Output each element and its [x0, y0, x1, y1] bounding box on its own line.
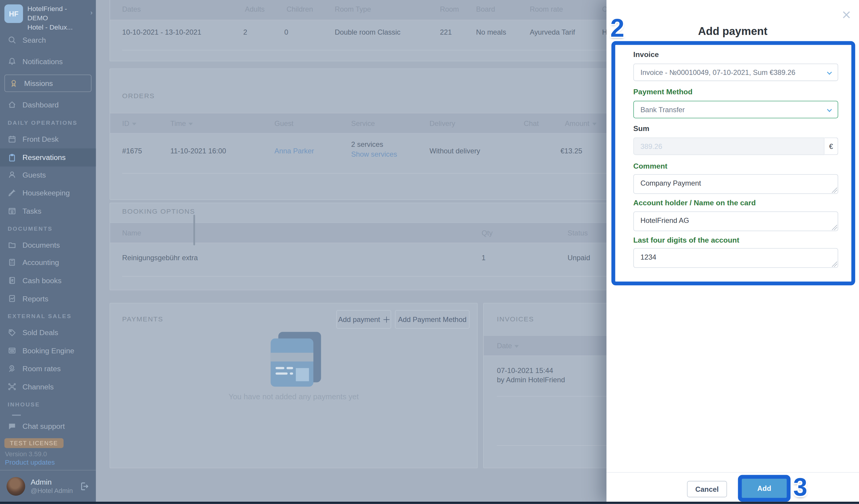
- order-id: #1675: [122, 147, 142, 155]
- reservation-dates: 10-10-2021 - 13-10-2021: [122, 28, 201, 36]
- add-payment-button-dimmed[interactable]: Add payment: [336, 310, 391, 329]
- sidebar-item-sold-deals[interactable]: Sold Deals: [0, 324, 96, 341]
- sidebar-item-reports[interactable]: Reports: [0, 290, 96, 307]
- booking-options-title: BOOKING OPTIONS: [122, 208, 195, 215]
- sort-icon[interactable]: [189, 123, 193, 125]
- payments-empty-text: You have not added any payments yet: [110, 392, 477, 401]
- bottom-edge-strip: [0, 502, 859, 504]
- sidebar-item-reservations[interactable]: Reservations: [0, 148, 96, 167]
- sort-icon[interactable]: [132, 123, 136, 125]
- payments-card: PAYMENTS Add payment Add Payment Method …: [109, 303, 478, 468]
- sidebar-item-dashboard[interactable]: Dashboard: [0, 96, 96, 113]
- invoice-author: by Admin HotelFriend: [497, 376, 565, 384]
- reservation-room: 221: [440, 28, 452, 36]
- medal-icon: [9, 79, 18, 88]
- sum-input[interactable]: [633, 138, 825, 155]
- add-payment-method-button[interactable]: Add Payment Method: [395, 310, 469, 329]
- sidebar: HF HotelFriend - DEMOHotel - Delux... › …: [0, 0, 96, 504]
- sidebar-item-search[interactable]: Search: [0, 32, 96, 48]
- avatar: [6, 477, 25, 495]
- hotel-name: HotelFriend - DEMOHotel - Delux...: [28, 4, 86, 32]
- sidebar-item-accounting[interactable]: Accounting: [0, 254, 96, 271]
- order-guest-link[interactable]: Anna Parker: [275, 147, 314, 155]
- order-delivery: Without delivery: [430, 147, 480, 155]
- sidebar-item-front-desk[interactable]: Front Desk: [0, 131, 96, 148]
- close-icon[interactable]: [841, 10, 851, 20]
- sidebar-dash-divider: [12, 414, 20, 416]
- chevron-down-icon: [827, 70, 832, 75]
- annotation-step-3: 3: [793, 472, 808, 502]
- comment-textarea[interactable]: Company Payment: [633, 174, 838, 194]
- add-button[interactable]: Add: [742, 479, 787, 498]
- sidebar-section-external-sales: EXTERNAL SALES: [8, 313, 72, 319]
- invoice-select[interactable]: Invoice - №00010049, 07-10-2021, Sum €38…: [633, 64, 838, 81]
- reservation-children: 0: [284, 28, 288, 36]
- sidebar-item-booking-engine[interactable]: Booking Engine: [0, 342, 96, 359]
- sum-label: Sum: [633, 124, 649, 133]
- sort-icon[interactable]: [515, 345, 519, 348]
- report-chart-icon: [8, 294, 16, 303]
- payments-title: PAYMENTS: [122, 316, 163, 323]
- sidebar-item-housekeeping[interactable]: Housekeeping: [0, 185, 96, 201]
- chevron-down-icon: [827, 107, 832, 112]
- calculator-icon: [8, 258, 16, 267]
- payment-method-select[interactable]: Bank Transfer: [633, 101, 838, 119]
- reservation-room-type: Double room Classic: [335, 28, 400, 36]
- booking-option-qty: 1: [481, 254, 485, 262]
- reservation-room-rate: Ayurveda Tarif: [530, 28, 575, 36]
- product-updates-link[interactable]: Product updates: [5, 458, 55, 466]
- add-payment-modal: Add payment Invoice Invoice - №00010049,…: [606, 0, 859, 504]
- clipboard-icon: [8, 153, 16, 162]
- orders-title: ORDERS: [122, 92, 155, 100]
- sidebar-item-guests[interactable]: Guests: [0, 167, 96, 183]
- bell-icon: [8, 57, 16, 66]
- sidebar-item-tasks[interactable]: Tasks: [0, 203, 96, 219]
- sidebar-section-daily-operations: DAILY OPERATIONS: [8, 119, 78, 126]
- reservation-adults: 2: [243, 28, 247, 36]
- invoice-label: Invoice: [633, 50, 659, 59]
- user-icon: [8, 170, 16, 179]
- cancel-button[interactable]: Cancel: [687, 481, 727, 498]
- last-four-digits-label: Last four digits of the account: [633, 236, 739, 244]
- account-holder-label: Account holder / Name on the card: [633, 199, 756, 207]
- show-services-link[interactable]: Show services: [351, 150, 397, 158]
- logout-icon[interactable]: [79, 481, 89, 491]
- booking-option-status: Unpaid: [568, 254, 590, 262]
- order-amount: €13.25: [560, 147, 582, 155]
- sidebar-item-chat-support[interactable]: Chat support: [0, 418, 96, 434]
- sidebar-section-documents: DOCUMENTS: [8, 225, 53, 232]
- app-root: HF HotelFriend - DEMOHotel - Delux... › …: [0, 0, 859, 504]
- network-icon: [8, 382, 16, 391]
- account-row[interactable]: Admin @Hotel Admin: [0, 472, 96, 500]
- modal-title: Add payment: [606, 25, 859, 37]
- sidebar-item-cash-books[interactable]: Cash books: [0, 272, 96, 289]
- reservation-board: No meals: [476, 28, 506, 36]
- hotel-switcher[interactable]: HF HotelFriend - DEMOHotel - Delux... ›: [4, 4, 93, 32]
- order-time: 11-10-2021 16:00: [170, 147, 226, 155]
- order-service-count: 2 services: [351, 140, 383, 149]
- sidebar-item-room-rates[interactable]: Room rates: [0, 361, 96, 377]
- step3-highlight-box: Add: [738, 475, 790, 502]
- scrollbar-thumb[interactable]: [193, 215, 195, 246]
- price-chart-icon: [8, 364, 16, 373]
- sidebar-item-missions[interactable]: Missions: [4, 75, 92, 92]
- credit-card-icon: [271, 332, 326, 387]
- sort-icon[interactable]: [592, 123, 597, 125]
- sidebar-item-documents[interactable]: Documents: [0, 236, 96, 253]
- currency-addon: €: [824, 138, 838, 155]
- user-name: Admin: [31, 478, 73, 487]
- search-icon: [8, 35, 16, 44]
- folder-icon: [8, 241, 16, 249]
- tag-icon: [8, 328, 16, 337]
- sidebar-item-channels[interactable]: Channels: [0, 378, 96, 395]
- task-board-icon: [8, 207, 16, 215]
- sidebar-section-inhouse: INHOUSE: [8, 401, 40, 408]
- last-four-digits-textarea[interactable]: 1234: [633, 248, 838, 268]
- payment-method-label: Payment Method: [633, 88, 692, 96]
- account-holder-textarea[interactable]: HotelFriend AG: [633, 212, 838, 231]
- plus-icon: [383, 316, 389, 322]
- sidebar-item-notifications[interactable]: Notifications: [0, 53, 96, 70]
- calendar-icon: [8, 135, 16, 143]
- hotelfriend-logo: HF: [4, 4, 23, 23]
- invoice-date: 07-10-2021 15:44: [497, 366, 553, 375]
